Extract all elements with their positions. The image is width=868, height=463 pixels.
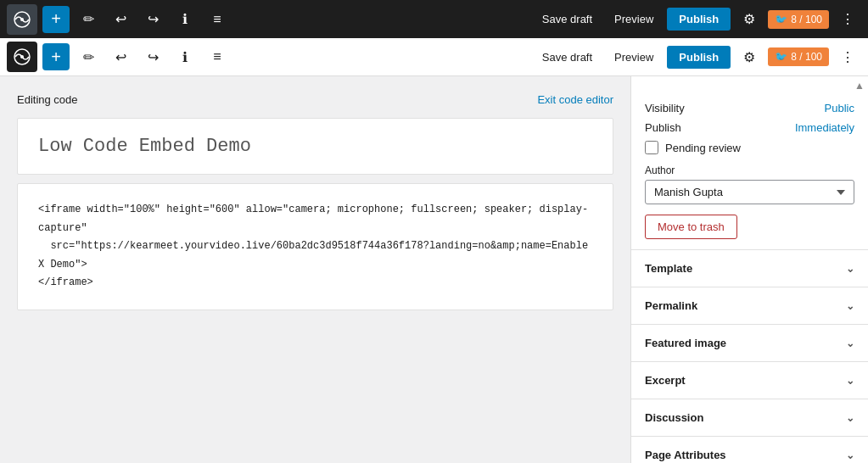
title-block: Low Code Embed Demo — [17, 118, 613, 175]
more-button-1[interactable]: ⋮ — [834, 6, 861, 33]
undo-button-2[interactable]: ↩ — [107, 43, 134, 70]
panel-2: Featured image ⌄ — [631, 325, 868, 362]
panels-container: Template ⌄ Permalink ⌄ Featured image ⌄ … — [631, 250, 868, 463]
tools-icon-2: ≡ — [213, 49, 221, 64]
editing-code-bar: Editing code Exit code editor — [17, 93, 613, 106]
panel-label-4: Discussion — [645, 411, 703, 424]
panel-label-3: Excerpt — [645, 374, 686, 387]
redo-button-1[interactable]: ↪ — [139, 6, 166, 33]
edit-icon-2: ✏ — [83, 49, 94, 65]
panel-3: Excerpt ⌄ — [631, 362, 868, 399]
panel-1: Permalink ⌄ — [631, 287, 868, 325]
publish-meta-section: Visibility Public Publish Immediately Pe… — [631, 92, 868, 250]
tools-button-1[interactable]: ≡ — [204, 6, 231, 33]
visibility-value[interactable]: Public — [825, 102, 854, 114]
tools-button-2[interactable]: ≡ — [204, 43, 231, 70]
exit-code-editor-button[interactable]: Exit code editor — [537, 93, 613, 106]
info-icon-1: ℹ — [182, 11, 188, 27]
readability-icon-1: 🐦 — [775, 14, 787, 25]
main-layout: Editing code Exit code editor Low Code E… — [0, 76, 868, 463]
panel-chevron-3: ⌄ — [846, 375, 854, 387]
editing-code-label: Editing code — [17, 93, 78, 106]
scroll-up-button[interactable]: ▲ — [854, 80, 865, 92]
panel-chevron-0: ⌄ — [846, 263, 854, 275]
publish-time-row: Publish Immediately — [645, 121, 854, 134]
add-block-button-1[interactable]: + — [42, 6, 70, 33]
redo-icon-2: ↪ — [148, 49, 159, 65]
more-icon-1: ⋮ — [841, 11, 854, 27]
top-bar-2: + ✏ ↩ ↪ ℹ ≡ Save draft Preview Publish ⚙… — [0, 38, 868, 76]
info-button-1[interactable]: ℹ — [171, 6, 199, 33]
save-draft-button-2[interactable]: Save draft — [534, 46, 601, 69]
redo-icon-1: ↪ — [148, 11, 159, 27]
panel-0: Template ⌄ — [631, 250, 868, 287]
publish-label: Publish — [645, 121, 681, 134]
info-button-2[interactable]: ℹ — [171, 43, 199, 70]
more-icon-2: ⋮ — [841, 49, 854, 65]
editor-area: Editing code Exit code editor Low Code E… — [0, 76, 630, 463]
panel-chevron-1: ⌄ — [846, 300, 854, 312]
panel-header-1[interactable]: Permalink ⌄ — [631, 287, 868, 324]
pending-review-label: Pending review — [665, 142, 741, 154]
more-button-2[interactable]: ⋮ — [834, 43, 861, 70]
panel-header-4[interactable]: Discussion ⌄ — [631, 399, 868, 436]
gear-icon-1: ⚙ — [743, 11, 755, 27]
redo-button-2[interactable]: ↪ — [139, 43, 166, 70]
panel-header-3[interactable]: Excerpt ⌄ — [631, 362, 868, 399]
pending-review-checkbox[interactable] — [645, 141, 658, 154]
panel-header-2[interactable]: Featured image ⌄ — [631, 325, 868, 361]
author-section: Author Manish Gupta — [645, 165, 854, 204]
preview-button-2[interactable]: Preview — [606, 46, 662, 69]
publish-value[interactable]: Immediately — [795, 121, 854, 134]
wp-logo-1[interactable] — [7, 4, 37, 35]
move-to-trash-button[interactable]: Move to trash — [645, 215, 737, 239]
sidebar-scroll-top: ▲ — [631, 76, 868, 92]
panel-4: Discussion ⌄ — [631, 399, 868, 437]
edit-button-2[interactable]: ✏ — [75, 43, 102, 70]
author-select[interactable]: Manish Gupta — [645, 180, 854, 204]
panel-label-0: Template — [645, 262, 692, 275]
undo-icon-1: ↩ — [115, 11, 126, 27]
top-bar-1: + ✏ ↩ ↪ ℹ ≡ Save draft Preview Publish ⚙… — [0, 0, 868, 38]
panel-chevron-4: ⌄ — [846, 412, 854, 424]
panel-label-2: Featured image — [645, 337, 726, 349]
readability-badge-2[interactable]: 🐦 8 / 100 — [768, 47, 829, 66]
tools-icon-1: ≡ — [213, 12, 221, 27]
panel-5: Page Attributes ⌄ — [631, 437, 868, 463]
gear-button-2[interactable]: ⚙ — [736, 43, 763, 70]
visibility-label: Visibility — [645, 102, 685, 114]
panel-header-0[interactable]: Template ⌄ — [631, 250, 868, 287]
save-draft-button-1[interactable]: Save draft — [534, 8, 601, 31]
info-icon-2: ℹ — [182, 49, 188, 65]
edit-button-1[interactable]: ✏ — [75, 6, 102, 33]
code-content[interactable]: <iframe width="100%" height="600" allow=… — [38, 201, 592, 293]
publish-button-1[interactable]: Publish — [667, 8, 731, 31]
svg-point-1 — [20, 18, 24, 21]
edit-icon-1: ✏ — [83, 11, 94, 27]
author-label: Author — [645, 165, 854, 176]
readability-badge-1[interactable]: 🐦 8 / 100 — [768, 10, 829, 29]
panel-label-1: Permalink — [645, 299, 697, 312]
pending-review-row: Pending review — [645, 141, 854, 154]
undo-button-1[interactable]: ↩ — [107, 6, 134, 33]
publish-button-2[interactable]: Publish — [667, 46, 731, 69]
gear-icon-2: ⚙ — [743, 49, 755, 65]
undo-icon-2: ↩ — [115, 49, 126, 65]
panel-chevron-5: ⌄ — [846, 449, 854, 461]
panel-label-5: Page Attributes — [645, 449, 726, 461]
code-block[interactable]: <iframe width="100%" height="600" allow=… — [17, 183, 613, 310]
readability-icon-2: 🐦 — [775, 51, 787, 63]
panel-chevron-2: ⌄ — [846, 337, 854, 349]
visibility-row: Visibility Public — [645, 102, 854, 114]
preview-button-1[interactable]: Preview — [606, 8, 662, 31]
svg-point-3 — [20, 55, 24, 59]
panel-header-5[interactable]: Page Attributes ⌄ — [631, 437, 868, 463]
sidebar: ▲ Visibility Public Publish Immediately … — [630, 76, 868, 463]
post-title: Low Code Embed Demo — [38, 136, 251, 157]
wp-logo-2[interactable] — [7, 42, 37, 72]
gear-button-1[interactable]: ⚙ — [736, 6, 763, 33]
add-block-button-2[interactable]: + — [42, 43, 70, 70]
